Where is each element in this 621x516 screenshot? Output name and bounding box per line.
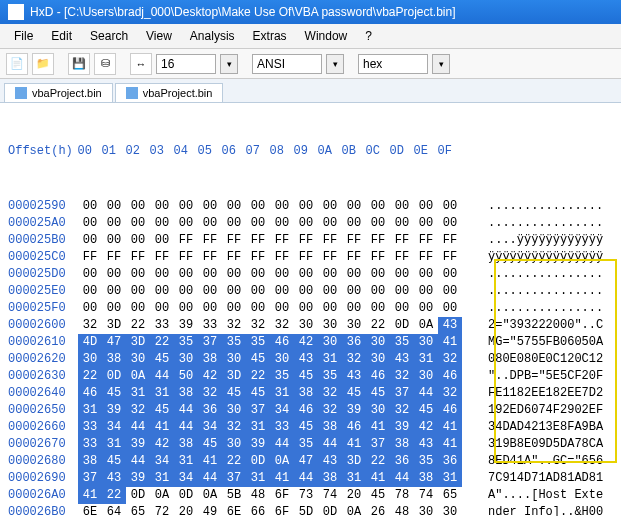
tab-file-1[interactable]: vbaProject.bin — [4, 83, 113, 102]
hex-row[interactable]: 000025F000000000000000000000000000000000… — [8, 300, 617, 317]
file-icon — [15, 87, 27, 99]
hex-row[interactable]: 0000267033313942384530394435444137384341… — [8, 436, 617, 453]
hex-row[interactable]: 00002630220D0A4450423D223545354346323046… — [8, 368, 617, 385]
title-bar: HxD - [C:\Users\bradj_000\Desktop\Make U… — [0, 0, 621, 24]
hex-row[interactable]: 0000265031393245443630373446323930324546… — [8, 402, 617, 419]
refresh-icon[interactable]: ↔ — [130, 53, 152, 75]
hex-row[interactable]: 000025D000000000000000000000000000000000… — [8, 266, 617, 283]
hex-row[interactable]: 0000259000000000000000000000000000000000… — [8, 198, 617, 215]
hex-row[interactable]: 0000264046453131383245453138324545374432… — [8, 385, 617, 402]
bytes-per-row-dropdown[interactable]: ▾ — [220, 54, 238, 74]
hex-row[interactable]: 0000262030383045303830453043313230433132… — [8, 351, 617, 368]
hex-row[interactable]: 000025E000000000000000000000000000000000… — [8, 283, 617, 300]
datatype-dropdown[interactable]: ▾ — [432, 54, 450, 74]
tab-label: vbaProject.bin — [143, 87, 213, 99]
hex-row[interactable]: 000025B000000000FFFFFFFFFFFFFFFFFFFFFFFF… — [8, 232, 617, 249]
hex-row[interactable]: 0000266033344441443432313345384641394241… — [8, 419, 617, 436]
hex-row[interactable]: 00002600323D22333933323232303030220D0A43… — [8, 317, 617, 334]
hex-row[interactable]: 0000269037433931344437314144383141443831… — [8, 470, 617, 487]
bytes-per-row-input[interactable] — [156, 54, 216, 74]
tab-file-2[interactable]: vbaProject.bin — [115, 83, 224, 102]
tab-bar: vbaProject.bin vbaProject.bin — [0, 79, 621, 103]
toolbar: 📄 📁 💾 ⛁ ↔ ▾ ▾ ▾ — [0, 49, 621, 79]
menu-analysis[interactable]: Analysis — [182, 27, 243, 45]
hex-row[interactable]: 00002680384544343141220D0A47433D22363536… — [8, 453, 617, 470]
app-icon — [8, 4, 24, 20]
menu-extras[interactable]: Extras — [245, 27, 295, 45]
window-title: HxD - [C:\Users\bradj_000\Desktop\Make U… — [30, 5, 456, 19]
file-icon — [126, 87, 138, 99]
hex-editor[interactable]: Offset(h)000102030405060708090A0B0C0D0E0… — [0, 103, 621, 516]
menu-search[interactable]: Search — [82, 27, 136, 45]
menu-window[interactable]: Window — [297, 27, 356, 45]
hex-row[interactable]: 000026A041220D0A0D0A5B486F73742045787465… — [8, 487, 617, 504]
hex-row[interactable]: 000025A000000000000000000000000000000000… — [8, 215, 617, 232]
menu-file[interactable]: File — [6, 27, 41, 45]
open-file-icon[interactable]: 📁 — [32, 53, 54, 75]
hex-row[interactable]: 000026104D473D22353735354642303630353041… — [8, 334, 617, 351]
hex-row[interactable]: 000026B06E64657220496E666F5D0D0A26483030… — [8, 504, 617, 516]
new-file-icon[interactable]: 📄 — [6, 53, 28, 75]
datatype-input[interactable] — [358, 54, 428, 74]
tab-label: vbaProject.bin — [32, 87, 102, 99]
save-icon[interactable]: 💾 — [68, 53, 90, 75]
menu-bar: File Edit Search View Analysis Extras Wi… — [0, 24, 621, 49]
hex-row[interactable]: 000025C0FFFFFFFFFFFFFFFFFFFFFFFFFFFFFFFF… — [8, 249, 617, 266]
menu-edit[interactable]: Edit — [43, 27, 80, 45]
encoding-dropdown[interactable]: ▾ — [326, 54, 344, 74]
menu-help[interactable]: ? — [357, 27, 380, 45]
encoding-input[interactable] — [252, 54, 322, 74]
disk-icon[interactable]: ⛁ — [94, 53, 116, 75]
menu-view[interactable]: View — [138, 27, 180, 45]
